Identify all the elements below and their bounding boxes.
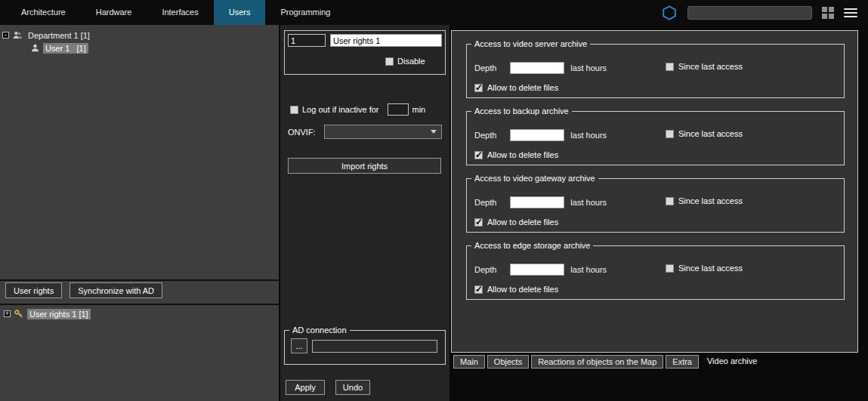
hexagon-logo-icon — [661, 5, 678, 21]
logout-inactive-row: Log out if inactive for min — [290, 103, 425, 116]
video-archive-panel: Access to video server archive Depth las… — [451, 30, 858, 353]
since-last-access-label: Since last access — [678, 196, 743, 205]
since-last-access-label: Since last access — [678, 129, 743, 138]
since-last-access-checkbox[interactable] — [666, 63, 674, 71]
tab-objects[interactable]: Objects — [487, 355, 529, 369]
last-hours-label: last hours — [570, 63, 607, 72]
tab-extra[interactable]: Extra — [666, 355, 699, 369]
tab-main[interactable]: Main — [453, 355, 485, 369]
settings-tabs: Main Objects Reactions of objects on the… — [453, 354, 763, 369]
top-menu-bar: Architecture Hardware Interfaces Users P… — [0, 0, 868, 25]
allow-delete-checkbox[interactable] — [474, 151, 483, 159]
object-name-input[interactable] — [330, 34, 442, 47]
disable-checkbox[interactable] — [385, 57, 394, 66]
since-last-access-label: Since last access — [678, 62, 743, 71]
group-backup-archive: Access to backup archive Depth last hour… — [466, 111, 845, 165]
logout-inactive-checkbox[interactable] — [290, 106, 298, 114]
tree-item-label: Department 1 [1] — [26, 30, 92, 41]
onvif-label: ONVIF: — [288, 128, 316, 137]
last-hours-label: last hours — [570, 198, 607, 207]
tab-hardware[interactable]: Hardware — [81, 0, 147, 25]
hamburger-menu-icon[interactable] — [844, 8, 857, 17]
tree-item-user-rights[interactable]: + User rights 1 [1] — [4, 307, 91, 320]
tab-video-archive[interactable]: Video archive — [701, 354, 763, 369]
depth-input[interactable] — [510, 62, 564, 74]
object-id-input[interactable] — [288, 34, 326, 47]
depth-input[interactable] — [510, 129, 564, 141]
depth-label: Depth — [474, 131, 496, 140]
tree-mode-buttons: User rights Synchronize with AD — [5, 282, 162, 298]
disable-label: Disable — [397, 57, 425, 66]
since-last-access-checkbox[interactable] — [666, 130, 674, 138]
identity-box: Disable — [284, 30, 446, 75]
apply-button[interactable]: Apply — [286, 380, 325, 395]
depth-label: Depth — [474, 198, 496, 207]
logout-inactive-label: Log out if inactive for — [302, 105, 379, 114]
since-last-access-checkbox[interactable] — [666, 264, 674, 273]
logout-minutes-input[interactable] — [388, 103, 409, 116]
panel-divider — [0, 304, 279, 305]
confirm-buttons: Apply Undo — [286, 380, 370, 395]
minutes-unit-label: min — [412, 105, 426, 114]
tree-item-user[interactable]: User 1 [1] — [30, 42, 88, 54]
tab-users[interactable]: Users — [214, 0, 266, 25]
allow-delete-checkbox[interactable] — [474, 285, 483, 294]
onvif-dropdown[interactable] — [324, 125, 442, 139]
allow-delete-label: Allow to delete files — [487, 285, 558, 294]
depth-label: Depth — [474, 265, 496, 274]
depth-label: Depth — [474, 63, 496, 72]
user-icon — [30, 43, 40, 53]
settings-area: Access to video server archive Depth las… — [451, 25, 868, 401]
tree-item-department[interactable]: - Department 1 [1] — [2, 29, 92, 42]
tab-programming[interactable]: Programming — [265, 0, 345, 25]
collapse-icon[interactable]: - — [2, 32, 9, 39]
depth-input[interactable] — [510, 196, 564, 208]
import-rights-button[interactable]: Import rights — [288, 158, 441, 174]
group-title: Access to edge storage archive — [471, 241, 593, 250]
allow-delete-label: Allow to delete files — [487, 83, 558, 92]
ad-connection-input[interactable] — [312, 340, 437, 353]
user-rights-button[interactable]: User rights — [5, 282, 62, 298]
group-title: Access to video gateway archive — [471, 174, 598, 183]
properties-panel: Disable Log out if inactive for min ONVI… — [280, 25, 449, 401]
group-title: Access to backup archive — [471, 106, 572, 116]
tab-interfaces[interactable]: Interfaces — [147, 0, 213, 25]
since-last-access-checkbox[interactable] — [666, 197, 674, 205]
group-video-gateway-archive: Access to video gateway archive Depth la… — [466, 178, 845, 233]
department-icon — [12, 30, 23, 40]
tree-item-label-selected: User 1 [1] — [43, 43, 88, 54]
allow-delete-checkbox[interactable] — [474, 84, 483, 92]
ad-browse-button[interactable]: ... — [291, 338, 307, 353]
undo-button[interactable]: Undo — [335, 380, 370, 395]
group-title: Access to video server archive — [471, 39, 590, 48]
since-last-access-row: Since last access — [666, 264, 743, 273]
main-tabs: Architecture Hardware Interfaces Users P… — [6, 0, 345, 25]
tab-reactions-map[interactable]: Reactions of objects on the Map — [531, 355, 663, 369]
disable-row: Disable — [385, 57, 425, 66]
allow-delete-checkbox[interactable] — [474, 218, 483, 227]
key-icon — [14, 309, 24, 319]
last-hours-label: last hours — [570, 131, 607, 140]
topbar-right-cluster — [661, 5, 868, 21]
since-last-access-row: Since last access — [666, 196, 743, 205]
panel-divider — [0, 279, 279, 281]
chevron-down-icon — [431, 130, 437, 134]
search-input[interactable] — [687, 6, 812, 20]
allow-delete-label: Allow to delete files — [487, 217, 558, 227]
synchronize-ad-button[interactable]: Synchronize with AD — [70, 282, 162, 298]
tab-architecture[interactable]: Architecture — [6, 0, 81, 25]
since-last-access-row: Since last access — [666, 62, 743, 71]
app-window: Architecture Hardware Interfaces Users P… — [0, 0, 868, 401]
objects-tree-panel: - Department 1 [1] User 1 [1] User right… — [0, 25, 279, 401]
since-last-access-label: Since last access — [678, 264, 743, 273]
last-hours-label: last hours — [570, 265, 607, 274]
group-edge-storage-archive: Access to edge storage archive Depth las… — [466, 245, 845, 300]
depth-input[interactable] — [510, 264, 564, 276]
ad-connection-group: AD connection ... — [284, 330, 446, 365]
layout-grid-icon[interactable] — [822, 7, 834, 19]
tree-item-label-selected: User rights 1 [1] — [27, 309, 91, 319]
allow-delete-label: Allow to delete files — [487, 150, 558, 159]
expand-icon[interactable]: + — [4, 310, 11, 317]
group-video-server-archive: Access to video server archive Depth las… — [466, 44, 845, 98]
since-last-access-row: Since last access — [666, 129, 743, 138]
